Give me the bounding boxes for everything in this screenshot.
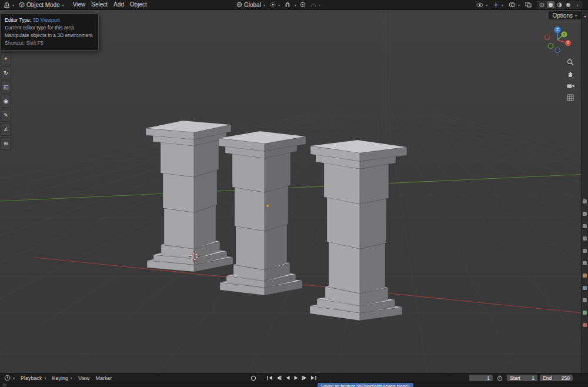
timeline-editor-type-button[interactable]: ▾: [1, 373, 18, 382]
overlays-icon: [509, 2, 516, 8]
viewport-3d[interactable]: [0, 0, 588, 387]
show-gizmo-toggle[interactable]: ▾: [490, 0, 506, 9]
jump-to-end-icon: [310, 375, 317, 381]
mode-select[interactable]: Object Mode ▾: [16, 0, 66, 9]
next-keyframe-button[interactable]: [301, 375, 309, 381]
playback-menu[interactable]: Playback▾: [18, 373, 49, 382]
gizmo-neg-y-axis[interactable]: [548, 44, 553, 49]
shading-wireframe-button[interactable]: [538, 1, 546, 8]
jump-to-end-button[interactable]: [310, 375, 318, 381]
zoom-button[interactable]: [566, 58, 575, 67]
annotate-tool-button[interactable]: ✎: [1, 109, 11, 121]
properties-tab-physics[interactable]: [583, 311, 587, 315]
pillar-2-face[interactable]: [232, 153, 265, 192]
pillar-1-face[interactable]: [161, 142, 194, 177]
pillar-1-face[interactable]: [163, 173, 194, 212]
proportional-editing-icon: [300, 2, 306, 8]
pillar-3-face[interactable]: [329, 242, 360, 293]
timeline-bar: ▾ Playback▾ Keying▾ View Marker 1 Start1…: [0, 373, 588, 382]
properties-tab-scene[interactable]: [583, 249, 587, 253]
play-reverse-icon: [285, 375, 290, 381]
properties-tab-material[interactable]: [583, 323, 587, 327]
gizmo-neg-z-axis[interactable]: [555, 48, 560, 53]
snap-toggle[interactable]: [282, 0, 293, 9]
gizmo-neg-x-axis[interactable]: [544, 35, 550, 40]
transform-orientation-select[interactable]: Global ▾: [234, 0, 268, 9]
orientation-snap-group: Global ▾ ▾ ▾ ▾: [234, 0, 323, 9]
chevron-down-icon: ▾: [486, 3, 487, 7]
shading-solid-button[interactable]: [547, 1, 554, 8]
shading-material-button[interactable]: [556, 1, 563, 8]
tooltip-shortcut-label: Shortcut:: [5, 40, 25, 46]
shading-rendered-button[interactable]: [564, 1, 572, 8]
properties-tab-tool[interactable]: [583, 199, 587, 203]
pillars[interactable]: [146, 121, 407, 321]
menu-select[interactable]: Select: [88, 0, 111, 9]
pillar-1-face[interactable]: [164, 208, 194, 249]
timeline-view-menu[interactable]: View: [75, 373, 92, 382]
show-overlays-toggle[interactable]: ▾: [506, 0, 522, 9]
measure-tool-button[interactable]: ∠: [1, 124, 11, 135]
xray-toggle[interactable]: [523, 0, 534, 9]
chevron-down-icon: ▾: [12, 3, 14, 7]
pan-view-button[interactable]: [566, 69, 575, 79]
jump-to-start-icon: [266, 375, 273, 381]
editor-type-button[interactable]: ▾: [1, 0, 16, 9]
pillar-2-face[interactable]: [265, 224, 287, 270]
properties-tab-render[interactable]: [583, 212, 587, 216]
current-frame-field[interactable]: 1: [469, 375, 493, 381]
camera-view-button[interactable]: [566, 81, 575, 91]
object-visibility-select[interactable]: ▾: [474, 0, 490, 9]
prev-keyframe-icon: [275, 375, 282, 381]
menu-object[interactable]: Object: [127, 0, 150, 9]
menu-add[interactable]: Add: [111, 0, 127, 9]
menu-view[interactable]: View: [70, 0, 89, 9]
proportional-falloff-select[interactable]: ▾: [308, 0, 323, 9]
properties-tab-world[interactable]: [583, 261, 587, 265]
pillar-2-face[interactable]: [235, 187, 265, 231]
start-frame-field[interactable]: Start1: [507, 375, 537, 381]
preview-range-toggle[interactable]: [496, 375, 503, 381]
properties-tab-output[interactable]: [583, 224, 587, 228]
pillar-2-face[interactable]: [265, 185, 288, 231]
properties-tab-view-layer[interactable]: [583, 236, 587, 241]
play-reverse-button[interactable]: [283, 375, 291, 381]
tooltip-shortcut-value: Shift F5: [26, 40, 43, 46]
scale-tool-button[interactable]: ◱: [1, 81, 11, 93]
keying-label: Keying: [52, 375, 69, 381]
sidebar-expand-tab[interactable]: ◂: [582, 12, 588, 20]
proportional-editing-toggle[interactable]: [298, 0, 308, 9]
navigation-gizmo[interactable]: Z Y X: [541, 24, 574, 56]
pillar-3-face[interactable]: [360, 243, 385, 293]
end-frame-field[interactable]: End250: [540, 375, 573, 381]
jump-to-start-button[interactable]: [266, 375, 273, 381]
pillar-2-face[interactable]: [236, 226, 265, 270]
timeline-marker-menu[interactable]: Marker: [92, 373, 115, 382]
keying-menu[interactable]: Keying▾: [49, 373, 76, 382]
object-origin-dot[interactable]: [266, 205, 269, 207]
shading-options-dropdown[interactable]: ▾: [573, 1, 581, 8]
rotate-tool-button[interactable]: ↻: [1, 67, 11, 79]
pillar-3-face[interactable]: [360, 198, 386, 249]
pivot-point-select[interactable]: ▾: [268, 0, 282, 9]
add-cube-tool-button[interactable]: ⊞: [1, 138, 11, 149]
properties-tab-particles[interactable]: [583, 298, 587, 302]
move-tool-button[interactable]: +: [1, 53, 11, 65]
properties-tab-modifiers[interactable]: [583, 286, 587, 290]
prev-keyframe-button[interactable]: [275, 375, 282, 381]
chevron-down-icon: ▾: [576, 3, 578, 7]
scale-tool-icon: ◱: [4, 84, 9, 90]
pillar-3-face[interactable]: [327, 197, 360, 249]
transform-tool-button[interactable]: ◉: [1, 95, 11, 107]
saved-report-message[interactable]: Saved as flenture28\PillarsWithBevels.bl…: [318, 383, 413, 387]
snap-settings-dropdown[interactable]: ▾: [293, 0, 298, 9]
options-button[interactable]: Options ▾: [549, 11, 581, 19]
play-button[interactable]: [292, 375, 300, 381]
viewport-header: ▾ Object Mode ▾ View Select Add Object G…: [0, 0, 588, 10]
orthographic-toggle-button[interactable]: [566, 93, 575, 102]
properties-tab-object[interactable]: [583, 273, 587, 278]
properties-tab-strip: [581, 10, 588, 373]
pillar-3-face[interactable]: [360, 163, 389, 204]
gizmo-y-label: Y: [563, 32, 566, 36]
auto-keying-toggle[interactable]: [249, 375, 257, 381]
